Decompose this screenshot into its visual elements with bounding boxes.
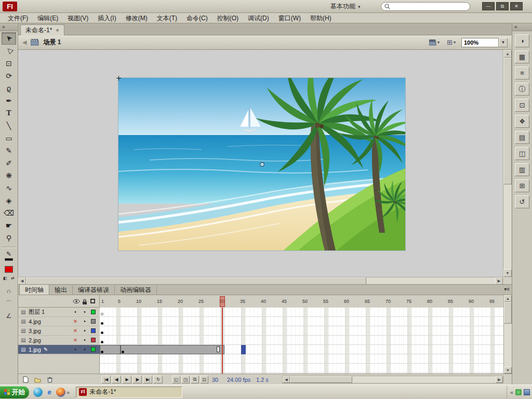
restore-button[interactable]: ⧉ (496, 2, 509, 10)
layer-outline-color[interactable] (89, 319, 97, 325)
swap-colors-button[interactable]: ⇄ (9, 275, 16, 282)
modify-markers-button[interactable]: ⊡ (200, 376, 208, 383)
library-panel-icon[interactable]: ▤ (515, 131, 529, 144)
menu-item[interactable]: 帮助(H) (305, 13, 336, 23)
menu-item[interactable]: 窗口(W) (274, 13, 305, 23)
edit-symbol-button[interactable]: ⊞ ▾ (445, 37, 457, 47)
start-button[interactable]: 开始 (0, 386, 29, 398)
eraser-tool[interactable]: ⌫ (2, 207, 16, 219)
onion-skin-button[interactable]: ◱ (172, 376, 180, 383)
motion-presets-panel-icon[interactable]: ◫ (515, 147, 529, 160)
pen-tool[interactable]: ✒ (2, 95, 16, 107)
kf-dot[interactable] (101, 351, 103, 353)
kf-dot[interactable] (122, 351, 124, 353)
black-white-button[interactable]: ◧ (2, 275, 8, 282)
new-layer-button[interactable] (20, 376, 30, 383)
timeline-tab[interactable]: 时间轴 (19, 284, 49, 295)
scrollbar-thumb[interactable] (290, 376, 352, 383)
layer-outline-color[interactable] (89, 328, 97, 334)
go-to-last-frame-button[interactable]: ▶| (143, 376, 152, 383)
frame-grid[interactable] (100, 308, 503, 374)
step-back-button[interactable]: ◀| (112, 376, 121, 383)
eye-icon[interactable] (73, 299, 80, 304)
rectangle-tool[interactable]: ▭ (2, 132, 16, 144)
lasso-tool[interactable]: ϱ (2, 82, 16, 95)
free-transform-tool[interactable]: ⊡ (2, 57, 16, 70)
new-folder-button[interactable] (33, 376, 42, 383)
kf-end[interactable] (217, 347, 220, 352)
timeline-tab[interactable]: 动画编辑器 (115, 285, 157, 295)
pencil-tool[interactable]: ✎ (2, 144, 16, 157)
menu-item[interactable]: 插入(I) (93, 13, 121, 23)
subselection-tool[interactable]: ▷ (2, 45, 16, 57)
workspace-switcher-button[interactable]: 基本功能 ▾ (326, 2, 365, 11)
align-panel-icon[interactable]: ≡ (515, 66, 529, 79)
outline-mode-icon[interactable] (90, 299, 95, 303)
layer-row[interactable]: ▤ 2.jpg ✎ ✕ • (18, 336, 100, 345)
components-panel-icon[interactable]: ⊞ (515, 179, 529, 192)
timeline-tab[interactable]: 输出 (49, 285, 73, 295)
close-button[interactable]: ✕ (510, 2, 523, 10)
scroll-down-button[interactable]: ▼ (504, 367, 512, 374)
timeline-horizontal-scrollbar[interactable]: ◀ ▶ (282, 376, 503, 383)
quicklaunch-messenger-icon[interactable] (33, 388, 43, 397)
quicklaunch-internet-explorer-icon[interactable]: e (45, 388, 54, 397)
layer-outline-color[interactable] (89, 338, 97, 343)
layer-row[interactable]: ▤ 4.jpg ✎ ✕ • (18, 317, 100, 326)
info-panel-icon[interactable]: ⓘ (515, 83, 529, 96)
layer-visibility-toggle[interactable]: ✕ (71, 337, 79, 343)
document-tab[interactable]: 未命名-1* × (20, 24, 64, 35)
scrollbar-thumb[interactable] (503, 58, 512, 184)
scrollbar-thumb[interactable] (504, 302, 512, 324)
layer-lock-toggle[interactable]: • (81, 328, 89, 334)
close-icon[interactable]: × (56, 27, 59, 33)
menu-item[interactable]: 修改(M) (121, 13, 152, 23)
tray-icon-2[interactable] (524, 389, 530, 395)
pasteboard[interactable] (18, 50, 503, 277)
hand-tool[interactable]: ☛ (2, 219, 16, 232)
layer-lock-toggle[interactable]: • (81, 309, 89, 315)
line-tool[interactable]: ╲ (2, 119, 16, 132)
quicklaunch-media-player-icon[interactable] (56, 388, 65, 397)
search-input[interactable] (392, 4, 460, 10)
layer-visibility-toggle[interactable]: ✕ (71, 328, 79, 334)
timeline-tab[interactable]: 编译器错误 (73, 285, 115, 295)
fill-color-swatch[interactable] (5, 266, 13, 273)
color-panel-icon[interactable]: ◑ (515, 34, 529, 47)
project-panel-icon[interactable]: ▥ (515, 163, 529, 176)
bone-tool[interactable]: ∿ (2, 182, 16, 194)
tray-chevron-icon[interactable]: « (510, 389, 513, 395)
menu-item[interactable]: 文件(F) (3, 13, 33, 23)
panel-menu-icon[interactable]: ▾≡ (504, 286, 510, 292)
scroll-up-button[interactable]: ▲ (504, 295, 512, 302)
layer-outline-color[interactable] (89, 310, 97, 315)
layer-visibility-toggle[interactable]: ✕ (71, 318, 79, 324)
edit-scene-button[interactable]: ▾ (428, 38, 441, 47)
play-button[interactable]: ▶ (122, 376, 131, 383)
layer-lock-toggle[interactable]: • (81, 337, 89, 343)
3d-rotation-tool[interactable]: ⟳ (2, 70, 16, 82)
stroke-color-swatch[interactable] (5, 258, 13, 261)
zoom-input[interactable] (461, 38, 499, 47)
frames-pane[interactable]: 15101520253035404550556065707580859095 (100, 295, 503, 374)
layer-lock-toggle[interactable]: • (81, 318, 89, 324)
menu-item[interactable]: 命令(C) (182, 13, 212, 23)
swatches-panel-icon[interactable]: ▦ (515, 50, 529, 63)
timeline-vertical-scrollbar[interactable]: ▲ ▼ (503, 295, 512, 374)
transform-center-point[interactable] (260, 162, 264, 167)
layer-visibility-toggle[interactable]: • (71, 309, 79, 315)
go-to-first-frame-button[interactable]: |◀ (101, 376, 111, 383)
layer-lock-toggle[interactable]: • (81, 347, 89, 352)
scroll-down-button[interactable]: ▼ (503, 269, 512, 277)
collapse-to-icons-button[interactable]: « (0, 23, 18, 31)
text-tool[interactable]: T (2, 107, 16, 119)
frame-rate-indicator[interactable]: 24.00 fps (227, 377, 250, 383)
minimize-button[interactable]: — (482, 2, 495, 10)
taskbar-task-button[interactable]: Fl 未命名-1* (76, 387, 182, 398)
kf-span[interactable] (121, 345, 224, 354)
stroke-color-control[interactable]: ✎ (0, 250, 18, 261)
playhead-line[interactable] (222, 308, 223, 374)
tray-icon-1[interactable] (515, 389, 522, 395)
straighten-option[interactable]: ∠ (3, 311, 15, 321)
scroll-left-button[interactable]: ◀ (283, 376, 290, 383)
